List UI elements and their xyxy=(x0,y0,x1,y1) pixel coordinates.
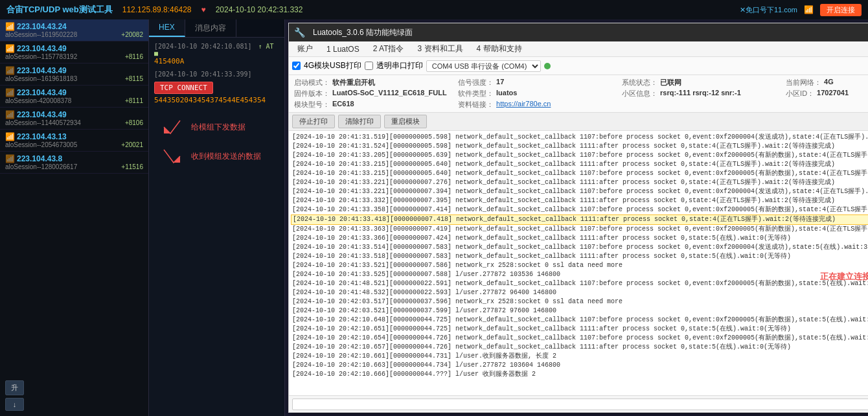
usb-print-label: 4G模块USB打印 xyxy=(304,60,361,71)
data-link[interactable]: https://air780e.cn xyxy=(496,100,551,110)
sys-status-label: 系统状态： xyxy=(622,78,657,87)
log-line: [2024-10-10 20:41:33.221][0000000007.394… xyxy=(291,187,868,196)
log-area[interactable]: [2024-10-10 20:41:31.519][0000000005.598… xyxy=(289,131,868,395)
module-value: EC618 xyxy=(332,100,354,110)
signal-icon: 📶 xyxy=(804,5,814,14)
search-input[interactable] xyxy=(292,399,868,410)
top-bar: 合宙TCP/UDP web测试工具 112.125.89.8:46428 ♥ 2… xyxy=(0,0,868,19)
menu-account[interactable]: 账户 xyxy=(292,42,318,56)
cellid-label: 小区ID： xyxy=(786,89,814,98)
usb-print-checkbox[interactable] xyxy=(292,62,301,70)
middle-panel: HEX 消息内容 [2024-10-10 20:42:10.081] ↑ AT … xyxy=(149,19,285,416)
action-bar: 停止打印 清除打印 重启模块 xyxy=(289,113,868,131)
log-line: [2024-10-10 20:42:10.663][0000000044.734… xyxy=(291,361,868,370)
menu-at[interactable]: 2 AT指令 xyxy=(368,42,409,56)
serial-print-label: 透明串口打印 xyxy=(376,60,423,71)
luatools-titlebar: 🔧 Luatools_3.0.6 陆功能纯绿面 ─ □ ✕ xyxy=(289,23,868,41)
signal-label: 信号强度： xyxy=(458,78,494,87)
log-line: [2024-10-10 20:42:10.657][0000000044.726… xyxy=(291,343,868,352)
sys-status-value: 已联网 xyxy=(660,78,681,87)
menu-link[interactable]: ✕免口号下11.com xyxy=(740,5,797,15)
log-line: [2024-10-10 20:41:33.518][0000000007.583… xyxy=(291,252,868,261)
log-line: [2024-10-10 20:41:33.514][0000000007.583… xyxy=(291,243,868,252)
menu-resources[interactable]: 3 资料和工具 xyxy=(413,42,468,56)
log-line: [2024-10-10 20:42:10.654][0000000044.726… xyxy=(291,334,868,343)
log-line: [2024-10-10 20:41:33.521][0000000007.586… xyxy=(291,261,868,270)
tab-message[interactable]: 消息内容 xyxy=(185,19,236,37)
log-line: [2024-10-10 20:41:33.215][0000000005.640… xyxy=(291,169,868,178)
hex-block-1: [2024-10-10 20:42:10.081] ↑ AT ■ 415400A xyxy=(154,43,279,65)
log-line: [2024-10-10 20:41:33.221][0000000007.276… xyxy=(291,178,868,187)
annotation-send: 给模组下发数据 xyxy=(191,122,246,132)
firmware-label: 固件版本： xyxy=(294,89,330,98)
smallzone-label: 小区信息： xyxy=(622,89,657,98)
lua-toolbar: 4G模块USB打印 透明串口打印 COM4 USB 串行设备 (COM4) xyxy=(289,57,868,75)
hex-time-2: [2024-10-10 20:41:33.399] xyxy=(154,71,279,78)
log-line: [2024-10-10 20:41:33.366][0000000007.424… xyxy=(291,234,868,243)
com-status-indicator xyxy=(544,63,551,69)
server-item[interactable]: 📶223.104.43.49 aloSession--11440572934+8… xyxy=(0,108,148,130)
hex-content-area: [2024-10-10 20:42:10.081] ↑ AT ■ 415400A… xyxy=(149,38,284,416)
middle-tabs: HEX 消息内容 xyxy=(149,19,284,38)
app-title: 合宙TCP/UDP web测试工具 xyxy=(6,4,113,16)
server-item[interactable]: 📶223.104.43.49 aloSession--1619618183+81… xyxy=(0,64,148,86)
log-line: [2024-10-10 20:42:10.651][0000000044.725… xyxy=(291,325,868,334)
serial-print-checkbox[interactable] xyxy=(365,62,373,70)
log-line: [2024-10-10 20:42:03.517][0000000037.596… xyxy=(291,297,868,306)
log-line: [2024-10-10 20:42:03.521][0000000037.599… xyxy=(291,306,868,316)
annotation-receive: 收到模组发送的数据 xyxy=(191,152,261,161)
log-line: [2024-10-10 20:41:33.215][0000000005.640… xyxy=(291,160,868,169)
log-line: [2024-10-10 20:42:10.666][0000000044.???… xyxy=(291,370,868,379)
hex-data-2: 5443502043454374544E454354 xyxy=(154,96,279,104)
data-label: 资料链接： xyxy=(458,100,494,110)
boot-mode-label: 启动模式： xyxy=(294,78,330,87)
tab-hex[interactable]: HEX xyxy=(149,19,185,37)
main-layout: 📶223.104.43.24 aloSession--1619502228+20… xyxy=(0,19,868,416)
server-item[interactable]: 📶223.104.43.24 aloSession--1619502228+20… xyxy=(0,19,148,41)
connect-button[interactable]: 开启连接 xyxy=(820,4,862,16)
server-item[interactable]: 📶223.104.43.8 aloSession--1280026617+115… xyxy=(0,152,148,174)
search-bar: 搜索打印 xyxy=(289,395,868,412)
reset-module-button[interactable]: 重启模块 xyxy=(384,115,427,128)
log-line: [2024-10-10 20:41:33.418][0000000007.418… xyxy=(291,214,868,225)
clear-print-button[interactable]: 清除打印 xyxy=(338,115,381,128)
down-button[interactable]: ↓ xyxy=(5,398,24,411)
log-line: [2024-10-10 20:42:10.661][0000000044.731… xyxy=(291,352,868,361)
menu-help[interactable]: 4 帮助和支持 xyxy=(472,42,527,56)
stop-print-button[interactable]: 停止打印 xyxy=(292,115,335,128)
menu-luatos[interactable]: 1 LuatOS xyxy=(321,43,365,55)
signal-value: 17 xyxy=(496,78,504,87)
network-label: 当前网络： xyxy=(786,78,821,87)
server-item[interactable]: 📶223.104.43.49 aloSession-420008378+8111 xyxy=(0,86,148,108)
cellid-value: 17027041 xyxy=(817,89,849,98)
hex-time-1: [2024-10-10 20:42:10.081] xyxy=(154,43,252,50)
hex-block-2: [2024-10-10 20:41:33.399] TCP CONNECT 54… xyxy=(154,71,279,104)
log-line: [2024-10-10 20:41:48.532][0000000022.593… xyxy=(291,288,868,297)
connecting-annotation: 正在建立连接 xyxy=(820,271,868,283)
hex-data-1: 415400A xyxy=(154,57,279,65)
left-panel: 📶223.104.43.24 aloSession--1619502228+20… xyxy=(0,19,149,416)
svg-marker-0 xyxy=(164,127,170,133)
up-button[interactable]: 升 xyxy=(5,380,24,395)
network-value: 4G xyxy=(824,78,834,87)
menubar: 账户 1 LuatOS 2 AT指令 3 资料和工具 4 帮助和支持 xyxy=(289,41,868,57)
log-line: [2024-10-10 20:41:48.521][0000000022.591… xyxy=(291,279,868,288)
com-port-selector[interactable]: COM4 USB 串行设备 (COM4) xyxy=(426,60,541,72)
heart-icon: ♥ xyxy=(201,5,206,14)
info-panel: 启动模式： 软件重启开机 信号强度： 17 系统状态： 已联网 当前网络： 4G… xyxy=(289,75,868,113)
log-line: [2024-10-10 20:41:33.358][0000000007.414… xyxy=(291,205,868,214)
smallzone-value: rsrq:-111 rsrq:-12 snr:-1 xyxy=(660,89,741,98)
annotation-area: 给模组下发数据 收到模组发送的数据 xyxy=(154,117,279,166)
log-line: [2024-10-10 20:41:33.205][0000000005.639… xyxy=(291,151,868,160)
log-line: [2024-10-10 20:41:33.363][0000000007.419… xyxy=(291,225,868,234)
server-item[interactable]: 📶223.104.43.13 aloSession--2054673005+20… xyxy=(0,130,148,152)
timestamp: 2024-10-10 20:42:31.332 xyxy=(216,5,303,14)
server-item[interactable]: 📶223.104.43.49 aloSession--1157783192+81… xyxy=(0,41,148,64)
firmware-value: LuatOS-SoC_V1112_EC618_FULL xyxy=(332,89,447,98)
svg-marker-1 xyxy=(174,156,180,163)
module-label: 模块型号： xyxy=(294,100,330,110)
software-label: 软件类型： xyxy=(458,89,494,98)
log-line: [2024-10-10 20:41:31.519][0000000005.598… xyxy=(291,133,868,142)
log-line: [2024-10-10 20:41:33.525][0000000007.588… xyxy=(291,270,868,279)
software-value: luatos xyxy=(496,89,517,98)
